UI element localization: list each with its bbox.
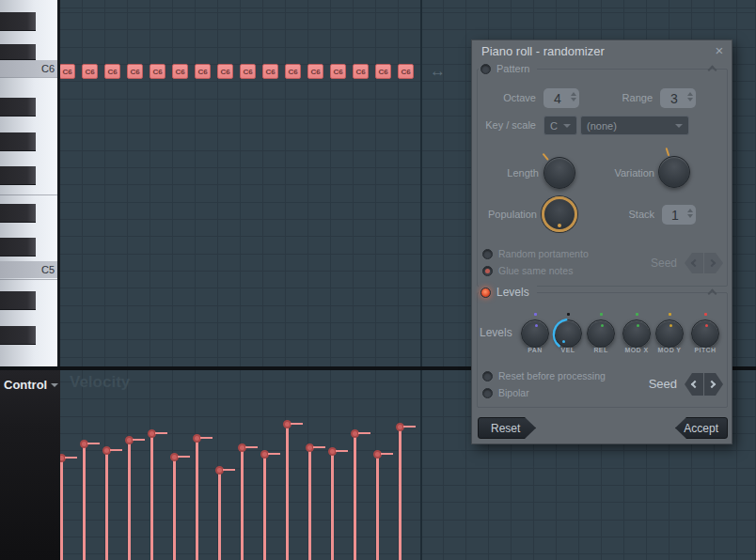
velocity-stem[interactable]	[241, 447, 244, 560]
velocity-stem[interactable]	[83, 443, 86, 560]
chevron-down-icon	[51, 383, 58, 387]
mod-y-knob[interactable]	[655, 319, 684, 348]
control-lane-selector[interactable]: Control	[0, 370, 60, 560]
knob-indicator	[535, 324, 538, 327]
black-key[interactable]	[0, 44, 36, 60]
levels-enable-led[interactable]	[480, 288, 491, 298]
stepper-arrows-icon[interactable]	[687, 209, 693, 218]
black-key[interactable]	[0, 291, 36, 310]
black-key[interactable]	[0, 132, 36, 151]
velocity-tick	[381, 453, 393, 455]
length-knob[interactable]	[543, 157, 575, 189]
stack-stepper[interactable]: 1	[662, 205, 696, 225]
reset-before-processing-radio[interactable]	[482, 371, 493, 381]
piano-keyboard[interactable]: C6 C5	[0, 0, 57, 366]
velocity-stem[interactable]	[105, 450, 108, 560]
velocity-stem[interactable]	[376, 454, 379, 560]
knob-indicator	[601, 324, 604, 327]
levels-section-header[interactable]: Levels	[479, 285, 537, 300]
key-scale-label: Key / scale	[472, 116, 536, 135]
note[interactable]: C6	[195, 64, 211, 79]
velocity-stem[interactable]	[173, 457, 176, 560]
rel-knob[interactable]	[587, 319, 615, 348]
velocity-tick	[245, 446, 258, 448]
note[interactable]: C6	[172, 64, 188, 79]
bipolar-radio[interactable]	[482, 388, 493, 398]
note[interactable]: C6	[59, 64, 75, 79]
velocity-tick	[133, 439, 145, 441]
note[interactable]: C6	[398, 64, 414, 79]
velocity-stem[interactable]	[354, 433, 356, 560]
black-key[interactable]	[0, 238, 36, 257]
glue-same-notes-radio[interactable]	[482, 266, 493, 276]
velocity-stem[interactable]	[128, 440, 131, 560]
note[interactable]: C6	[375, 64, 391, 79]
reset-button[interactable]: Reset	[478, 417, 536, 439]
key-c6[interactable]: C6	[0, 60, 57, 77]
note[interactable]: C6	[285, 64, 301, 79]
random-portamento-radio[interactable]	[482, 249, 493, 259]
accept-button[interactable]: Accept	[675, 417, 728, 439]
note[interactable]: C6	[307, 64, 323, 79]
black-key[interactable]	[0, 204, 36, 223]
range-stepper[interactable]: 3	[660, 88, 696, 108]
note[interactable]: C6	[104, 64, 120, 79]
velocity-stem[interactable]	[399, 427, 402, 560]
key-dropdown[interactable]: C	[543, 116, 577, 135]
variation-knob[interactable]	[658, 156, 690, 188]
black-key[interactable]	[0, 326, 36, 345]
black-key[interactable]	[0, 166, 36, 185]
pitch-knob[interactable]	[691, 319, 719, 348]
bipolar-label: Bipolar	[498, 388, 529, 398]
velocity-stem[interactable]	[286, 424, 289, 560]
variation-label: Variation	[589, 163, 654, 182]
mod-x-knob[interactable]	[622, 319, 651, 348]
note[interactable]: C6	[240, 64, 256, 79]
close-icon[interactable]: ×	[711, 42, 728, 59]
knob-indicator	[669, 324, 672, 327]
knob-indicator	[558, 224, 561, 227]
pattern-section-label: Pattern	[496, 63, 529, 74]
velocity-tick	[403, 426, 416, 428]
velocity-stem[interactable]	[60, 458, 63, 560]
randomizer-dialog: Piano roll - randomizer × Pattern Octave…	[471, 39, 732, 444]
note[interactable]: C6	[82, 64, 98, 79]
levels-section-label: Levels	[496, 286, 529, 299]
scale-dropdown[interactable]: (none)	[580, 116, 689, 135]
note[interactable]: C6	[127, 64, 143, 79]
pattern-section-header[interactable]: Pattern	[479, 61, 537, 76]
key-divider	[0, 279, 57, 280]
note[interactable]: C6	[262, 64, 278, 79]
control-selector-label: Control	[4, 378, 47, 392]
velocity-tick	[223, 469, 235, 471]
key-c6-label: C6	[41, 63, 55, 74]
pan-horizontal-icon: ↔	[430, 62, 446, 81]
scale-value: (none)	[587, 120, 617, 132]
velocity-tick	[268, 453, 280, 455]
velocity-tick	[313, 446, 325, 448]
velocity-stem[interactable]	[196, 438, 198, 560]
population-knob[interactable]	[542, 196, 577, 232]
pan-knob[interactable]	[521, 319, 549, 348]
glue-same-notes-label: Glue same notes	[498, 266, 573, 276]
key-c5[interactable]: C5	[0, 261, 57, 278]
vel-knob[interactable]	[554, 319, 582, 348]
key-value: C	[550, 120, 558, 132]
pattern-enable-radio[interactable]	[480, 64, 491, 74]
note[interactable]: C6	[330, 64, 346, 79]
octave-stepper[interactable]: 4	[543, 88, 579, 108]
levels-seed-label: Seed	[613, 374, 677, 395]
note[interactable]: C6	[353, 64, 369, 79]
velocity-stem[interactable]	[218, 470, 221, 560]
velocity-stem[interactable]	[150, 433, 153, 560]
note[interactable]: C6	[150, 64, 165, 79]
velocity-tick	[178, 456, 190, 458]
velocity-stem[interactable]	[331, 451, 334, 560]
stepper-arrows-icon[interactable]	[571, 92, 576, 101]
black-key[interactable]	[0, 12, 36, 31]
note[interactable]: C6	[217, 64, 233, 79]
velocity-stem[interactable]	[308, 447, 311, 560]
stepper-arrows-icon[interactable]	[687, 92, 693, 101]
black-key[interactable]	[0, 98, 36, 117]
velocity-stem[interactable]	[263, 454, 266, 560]
